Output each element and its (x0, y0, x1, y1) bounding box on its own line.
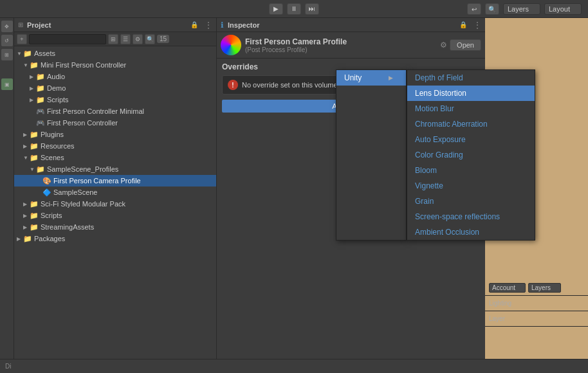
account-dropdown[interactable]: Account (489, 283, 526, 293)
tree-label: Mini First Person Controller (41, 61, 126, 69)
effect-menu-item[interactable]: Color Grading (407, 147, 535, 163)
effect-menu-item[interactable]: Depth of Field (407, 70, 535, 86)
effect-menu-item[interactable]: Ambient Occlusion (407, 224, 535, 240)
play-button[interactable]: ▶ (269, 3, 283, 15)
tree-icon: 🎮 (36, 107, 45, 116)
tree-arrow: ▶ (23, 201, 30, 207)
menu-icon[interactable]: ⋮ (205, 21, 212, 30)
effect-menu-item[interactable]: Screen-space reflections (407, 209, 535, 224)
tree-label: Resources (41, 142, 75, 150)
effect-menu-item[interactable]: Lens Distortion (407, 86, 535, 101)
folder-view-btn[interactable]: ⊞ (108, 34, 118, 44)
scale-tool-icon[interactable]: ⊞ (1, 49, 13, 60)
tree-item[interactable]: ▶ 📁 Resources (14, 140, 216, 152)
effect-menu-item[interactable]: Chromatic Aberration (407, 116, 535, 132)
unity-menu-item[interactable]: Unity ▶ (336, 70, 406, 86)
tree-icon: 🔷 (42, 188, 51, 197)
tree-item[interactable]: ▼ 📁 Mini First Person Controller (14, 59, 216, 71)
status-bar: Di (0, 359, 588, 373)
tree-item[interactable]: ▶ 📁 Demo (14, 82, 216, 94)
dropdown-container: Unity ▶ Depth of FieldLens DistortionMot… (336, 69, 535, 241)
scene-view-icon[interactable]: ▣ (1, 78, 13, 90)
tree-label: Scripts (41, 212, 62, 219)
tree-item[interactable]: 🎨 First Person Camera Profile (14, 175, 216, 186)
tree-label: First Person Controller (47, 119, 118, 127)
tree-item[interactable]: ▼ 📁 Scenes (14, 152, 216, 163)
tree-item[interactable]: ▶ 📁 Audio (14, 71, 216, 82)
tree-item[interactable]: 🔷 SampleScene (14, 186, 216, 198)
tree-icon: 📁 (36, 165, 45, 174)
profile-icon (221, 35, 241, 55)
tree-arrow: ▶ (30, 86, 36, 91)
inspector-menu-icon[interactable]: ⋮ (473, 21, 481, 30)
tree-item[interactable]: ▼ 📁 Assets (14, 48, 216, 59)
search-btn2[interactable]: 🔍 (145, 34, 155, 44)
tree-icon: 📁 (30, 131, 39, 139)
effects-menu: Depth of FieldLens DistortionMotion Blur… (407, 69, 535, 241)
effect-menu-item[interactable]: Bloom (407, 163, 535, 178)
effect-menu-item[interactable]: Auto Exposure (407, 132, 535, 147)
tree-item[interactable]: ▼ 📁 SampleScene_Profiles (14, 163, 216, 175)
tree-icon: 📁 (36, 73, 45, 81)
search-button[interactable]: 🔍 (485, 3, 499, 15)
info-icon: ℹ (221, 21, 224, 30)
tree-label: SampleScene_Profiles (47, 165, 118, 173)
layer-row: Layer (485, 311, 588, 327)
tree-item[interactable]: ▶ 📁 Plugins (14, 129, 216, 140)
pause-button[interactable]: ⏸ (287, 3, 301, 15)
layers-right-dropdown[interactable]: Layers (528, 283, 561, 293)
effect-menu-item[interactable]: Motion Blur (407, 101, 535, 116)
rotate-tool-icon[interactable]: ↺ (1, 35, 13, 46)
tree-icon: 📁 (23, 50, 32, 58)
step-button[interactable]: ⏭ (305, 3, 319, 15)
open-button[interactable]: Open (450, 39, 481, 51)
effect-menu-item[interactable]: Grain (407, 194, 535, 209)
tree-icon: 🎮 (36, 119, 45, 127)
inspector-panel: ℹ Inspector 🔒 ⋮ First Person Camera Prof… (217, 18, 485, 359)
di-status: Di (5, 363, 11, 370)
layer-label: Layer (489, 315, 505, 322)
tree-item[interactable]: ▶ 📁 Packages (14, 233, 216, 244)
tree-icon: 📁 (30, 212, 39, 220)
settings-btn[interactable]: ⚙ (133, 34, 143, 44)
profile-settings-icon[interactable]: ⚙ (440, 41, 447, 50)
layout-dropdown[interactable]: Layout (544, 3, 582, 15)
layers-dropdown[interactable]: Layers (503, 3, 540, 15)
tree-label: SampleScene (53, 188, 98, 196)
project-panel-header: ⊞ Project 🔒 ⋮ (14, 18, 216, 32)
submenu-arrow-icon: ▶ (389, 75, 393, 81)
inspector-title: Inspector (228, 21, 455, 29)
move-tool-icon[interactable]: ✥ (1, 21, 13, 32)
project-toolbar: + ⊞ ☰ ⚙ 🔍 15 (14, 32, 216, 46)
tree-label: Demo (47, 84, 66, 92)
tree-label: StreamingAssets (41, 223, 94, 231)
tree-item[interactable]: ▶ 📁 Scripts (14, 210, 216, 221)
tree-icon: 📁 (30, 223, 39, 232)
tree-label: Packages (34, 235, 65, 242)
tree-item[interactable]: ▶ 📁 Scripts (14, 94, 216, 105)
tree-arrow: ▶ (23, 213, 30, 219)
tree-label: Plugins (41, 131, 64, 138)
tree-arrow: ▶ (23, 224, 30, 230)
filter-btn[interactable]: ☰ (120, 34, 131, 44)
add-button[interactable]: + (17, 34, 27, 44)
warning-icon: ! (228, 80, 238, 90)
tree-item[interactable]: 🎮 First Person Controller Minimal (14, 105, 216, 117)
search-input[interactable] (29, 34, 106, 44)
tree-item[interactable]: ▶ 📁 Sci-Fi Styled Modular Pack (14, 198, 216, 210)
tree-arrow: ▼ (23, 62, 30, 68)
inspector-lock-icon[interactable]: 🔒 (459, 21, 467, 28)
tree-item[interactable]: 🎮 First Person Controller (14, 117, 216, 129)
profile-name: First Person Camera Profile (245, 37, 347, 46)
tree-arrow: ▶ (30, 74, 36, 80)
tree-arrow: ▶ (23, 132, 30, 138)
lock-icon[interactable]: 🔒 (190, 21, 198, 28)
project-panel-title: Project (27, 21, 51, 29)
tree-icon: 📁 (30, 200, 39, 208)
tree-icon: 🎨 (42, 177, 51, 185)
tree-item[interactable]: ▶ 📁 StreamingAssets (14, 221, 216, 233)
tree-icon: 📁 (36, 84, 45, 93)
tree-arrow: ▶ (23, 143, 30, 149)
effect-menu-item[interactable]: Vignette (407, 178, 535, 194)
undo-button[interactable]: ↩ (467, 3, 481, 15)
